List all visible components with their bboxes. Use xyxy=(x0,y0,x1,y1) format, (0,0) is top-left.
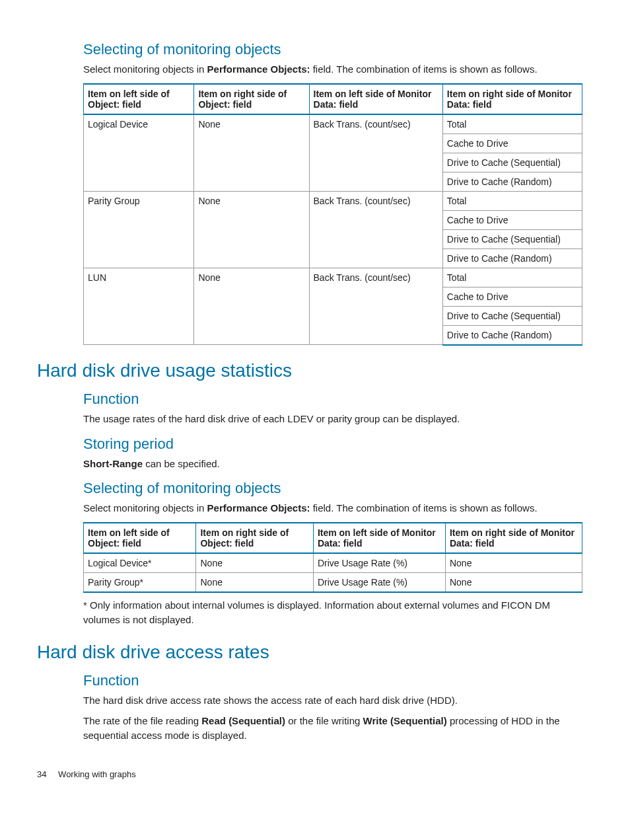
cell: LUN xyxy=(84,268,194,345)
cell: Drive to Cache (Random) xyxy=(442,172,582,191)
col-header: Item on right side of Object: field xyxy=(194,84,309,114)
cell: None xyxy=(194,191,309,268)
heading-function-2: Function xyxy=(37,672,588,689)
cell: None xyxy=(445,573,582,593)
para-selecting-1: Select monitoring objects in Performance… xyxy=(37,62,588,77)
cell: Back Trans. (count/sec) xyxy=(309,268,442,345)
bold-text: Performance Objects: xyxy=(207,502,310,514)
cell: Total xyxy=(442,114,582,134)
cell: Drive to Cache (Sequential) xyxy=(442,153,582,172)
cell: None xyxy=(196,553,313,573)
text: or the file writing xyxy=(285,715,363,726)
col-header: Item on right side of Object: field xyxy=(196,523,313,553)
text: can be specified. xyxy=(143,458,220,469)
page-number: 34 xyxy=(37,769,46,779)
heading-selecting-2: Selecting of monitoring objects xyxy=(37,480,588,497)
cell: Drive to Cache (Random) xyxy=(442,325,582,345)
cell: Drive to Cache (Random) xyxy=(442,248,582,268)
cell: Cache to Drive xyxy=(442,287,582,306)
col-header: Item on right side of Monitor Data: fiel… xyxy=(442,84,582,114)
col-header: Item on left side of Monitor Data: field xyxy=(313,523,445,553)
page-footer: 34 Working with graphs xyxy=(37,769,588,779)
table-monitoring-objects-1: Item on left side of Object: field Item … xyxy=(83,83,582,346)
cell: Parity Group* xyxy=(84,573,196,593)
cell: Parity Group xyxy=(84,191,194,268)
col-header: Item on left side of Monitor Data: field xyxy=(309,84,442,114)
bold-text: Read (Sequential) xyxy=(201,715,285,726)
heading-storing: Storing period xyxy=(37,436,588,453)
text: field. The combination of items is shown… xyxy=(310,63,538,75)
cell: None xyxy=(194,114,309,192)
cell: None xyxy=(196,573,313,593)
cell: Total xyxy=(442,268,582,287)
bold-text: Short-Range xyxy=(83,458,143,469)
heading-selecting-1: Selecting of monitoring objects xyxy=(37,41,588,58)
cell: None xyxy=(445,553,582,573)
para-access-1: The hard disk drive access rate shows th… xyxy=(37,693,588,708)
para-access-2: The rate of the file reading Read (Seque… xyxy=(37,714,588,743)
cell: Back Trans. (count/sec) xyxy=(309,114,442,192)
table-row: LUN None Back Trans. (count/sec) Total xyxy=(84,268,582,287)
text: Select monitoring objects in xyxy=(83,502,207,514)
cell: Drive to Cache (Sequential) xyxy=(442,229,582,248)
para-function-1: The usage rates of the hard disk drive o… xyxy=(37,412,588,426)
cell: Drive Usage Rate (%) xyxy=(313,573,445,593)
table-monitoring-objects-2: Item on left side of Object: field Item … xyxy=(83,522,582,593)
cell: Logical Device* xyxy=(84,553,196,573)
text: field. The combination of items is shown… xyxy=(310,502,538,514)
para-storing: Short-Range can be specified. xyxy=(37,457,588,471)
cell: Drive Usage Rate (%) xyxy=(313,553,445,573)
cell: Total xyxy=(442,191,582,210)
footer-label: Working with graphs xyxy=(58,769,136,779)
heading-function-1: Function xyxy=(37,391,588,408)
cell: Back Trans. (count/sec) xyxy=(309,191,442,268)
table-row: Parity Group None Back Trans. (count/sec… xyxy=(84,191,582,210)
bold-text: Write (Sequential) xyxy=(363,715,447,726)
col-header: Item on left side of Object: field xyxy=(84,84,194,114)
para-selecting-2: Select monitoring objects in Performance… xyxy=(37,501,588,515)
table-row: Logical Device None Back Trans. (count/s… xyxy=(84,114,582,134)
table-row: Logical Device* None Drive Usage Rate (%… xyxy=(84,553,582,573)
bold-text: Performance Objects: xyxy=(207,63,310,75)
heading-hdd-usage: Hard disk drive usage statistics xyxy=(37,360,588,381)
cell: Cache to Drive xyxy=(442,210,582,229)
text: The rate of the file reading xyxy=(83,715,201,726)
cell: Logical Device xyxy=(84,114,194,192)
cell: Drive to Cache (Sequential) xyxy=(442,306,582,325)
col-header: Item on left side of Object: field xyxy=(84,523,196,553)
table-row: Parity Group* None Drive Usage Rate (%) … xyxy=(84,573,582,593)
cell: Cache to Drive xyxy=(442,134,582,153)
heading-hdd-access: Hard disk drive access rates xyxy=(37,642,588,663)
cell: None xyxy=(194,268,309,345)
para-note: * Only information about internal volume… xyxy=(37,598,588,627)
table-header-row: Item on left side of Object: field Item … xyxy=(84,523,582,553)
table-header-row: Item on left side of Object: field Item … xyxy=(84,84,582,114)
text: Select monitoring objects in xyxy=(83,63,207,75)
col-header: Item on right side of Monitor Data: fiel… xyxy=(445,523,582,553)
